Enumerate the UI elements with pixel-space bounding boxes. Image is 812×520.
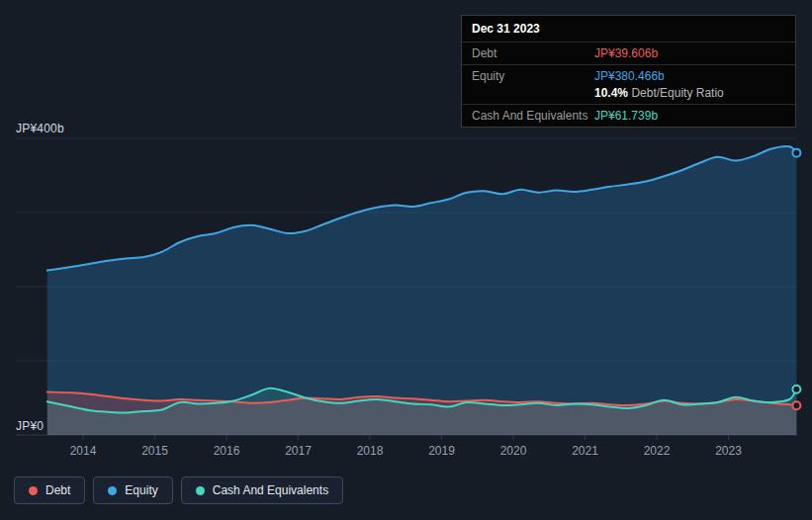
tooltip-ratio-label: Debt/Equity Ratio: [631, 86, 723, 100]
y-axis-top-label: JP¥400b: [16, 122, 64, 135]
equity-area: [47, 146, 797, 435]
chart-legend: Debt Equity Cash And Equivalents: [14, 477, 343, 504]
cash-dot-icon: [196, 486, 205, 495]
x-tick-label-2019: 2019: [428, 444, 455, 458]
tooltip-date: Dec 31 2023: [462, 16, 795, 43]
y-axis-bottom-label: JP¥0: [16, 419, 44, 433]
legend-debt-label: Debt: [45, 483, 70, 497]
legend-item-equity[interactable]: Equity: [93, 477, 172, 504]
chart-tooltip: Dec 31 2023 Debt JP¥39.606b Equity JP¥38…: [461, 15, 796, 128]
x-tick-label-2017: 2017: [285, 444, 312, 458]
tooltip-equity-label: Equity: [472, 69, 594, 83]
x-tick-label-2018: 2018: [357, 444, 384, 458]
debt-endpoint-dot: [792, 401, 800, 409]
x-tick-label-2021: 2021: [572, 444, 598, 458]
x-tick-label-2016: 2016: [214, 444, 240, 458]
legend-item-debt[interactable]: Debt: [14, 477, 85, 504]
legend-cash-label: Cash And Equivalents: [213, 483, 328, 497]
cash-and-equivalents-endpoint-dot: [792, 386, 800, 393]
x-tick-label-2023: 2023: [715, 444, 742, 458]
tooltip-cash-value: JP¥61.739b: [594, 109, 658, 123]
tooltip-debt-equity-ratio: 10.4% Debt/Equity Ratio: [594, 86, 724, 100]
debt-dot-icon: [29, 486, 38, 495]
tooltip-ratio-value: 10.4%: [594, 86, 628, 100]
tooltip-debt-label: Debt: [472, 46, 594, 60]
tooltip-equity-row: Equity JP¥380.466b 10.4% Debt/Equity Rat…: [462, 65, 795, 105]
equity-endpoint-dot: [792, 149, 800, 157]
x-tick-label-2014: 2014: [70, 444, 97, 458]
tooltip-cash-label: Cash And Equivalents: [472, 109, 594, 123]
tooltip-debt-value: JP¥39.606b: [594, 46, 658, 60]
legend-equity-label: Equity: [125, 483, 157, 497]
x-tick-label-2020: 2020: [500, 444, 527, 458]
equity-dot-icon: [108, 486, 117, 495]
tooltip-debt-row: Debt JP¥39.606b: [462, 43, 795, 65]
tooltip-cash-row: Cash And Equivalents JP¥61.739b: [462, 105, 795, 127]
x-tick-label-2015: 2015: [141, 444, 168, 458]
tooltip-equity-value: JP¥380.466b: [594, 69, 665, 83]
x-tick-label-2022: 2022: [644, 444, 671, 458]
legend-item-cash[interactable]: Cash And Equivalents: [181, 477, 343, 504]
